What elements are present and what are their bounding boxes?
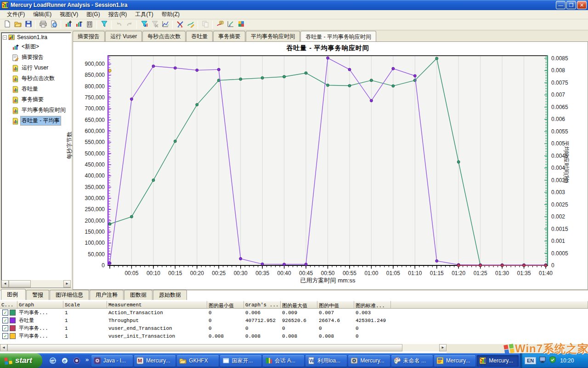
data-point-Throughput[interactable] [305,263,307,265]
close-button[interactable]: ✕ [577,1,587,9]
tab-4[interactable]: 事务摘要 [213,31,245,41]
taskbar-button-6[interactable]: Mercury... [348,355,390,367]
auto-correlate-button[interactable] [185,20,196,29]
data-point-Throughput[interactable] [239,257,242,260]
taskbar-button-8[interactable]: Mercury... [434,355,475,367]
data-point-vuser_end_Transaction[interactable] [544,264,547,267]
tree-item-4[interactable]: 吞吐量 [11,84,71,94]
tree-item-label[interactable]: 事务摘要 [21,95,45,104]
bottom-tab-1[interactable]: 警报 [26,290,49,300]
data-point-Action_Transaction[interactable] [457,161,460,163]
tree-item-label[interactable]: 每秒点击次数 [21,74,56,83]
data-point-Action_Transaction[interactable] [326,84,329,86]
data-point-Throughput[interactable] [392,67,395,70]
column-header-7[interactable]: 图的中值 [317,301,354,309]
data-point-Throughput[interactable] [108,262,111,264]
taskbar-button-1[interactable]: MMercury... [134,355,175,367]
data-point-Throughput[interactable] [283,263,286,265]
data-point-vuser_end_Transaction[interactable] [457,264,460,267]
tree-item-0[interactable]: <新图> [11,41,71,52]
mosaic-button[interactable] [236,20,246,29]
taskbar-button-3[interactable]: 国家开... [220,355,261,367]
column-header-0[interactable]: C... [0,301,17,309]
legend-window-button[interactable] [215,20,225,29]
bottom-tab-4[interactable]: 图数据 [124,290,153,300]
data-point-Action_Transaction[interactable] [239,78,242,80]
row-checkbox[interactable]: ✓ [2,317,8,323]
tree-item-label[interactable]: 平均事务响应时间 [21,106,67,115]
tab-6[interactable]: 吞吐量 - 平均事务响应时间 [300,31,376,42]
chart-plot[interactable] [107,55,548,270]
data-point-Throughput[interactable] [152,65,155,68]
tree-item-label[interactable]: 吞吐量 [21,85,39,93]
tree-item-label[interactable]: 摘要报告 [21,53,45,62]
taskbar-button-5[interactable]: W利用loa... [305,355,347,367]
data-point-Action_Transaction[interactable] [305,72,307,75]
merge-graphs-button[interactable] [160,20,170,29]
chart-canvas[interactable] [107,55,548,270]
bottom-tab-5[interactable]: 原始数据 [153,290,187,300]
display-icon[interactable] [539,357,546,365]
data-point-Action_Transaction[interactable] [152,179,155,182]
open-button[interactable] [12,20,23,29]
ie-quicklaunch[interactable]: e [48,356,57,365]
tab-2[interactable]: 每秒点击次数 [142,31,186,41]
data-point-Throughput[interactable] [174,67,176,69]
scroll-left-icon[interactable]: ◄ [0,344,7,351]
row-checkbox[interactable]: ✓ [2,333,8,339]
data-point-Action_Transaction[interactable] [174,140,176,143]
data-point-Throughput[interactable] [348,68,351,71]
tree-root-label[interactable]: Session1.lra [17,34,47,40]
chevron-icon[interactable]: » [85,356,89,363]
tab-5[interactable]: 平均事务响应时间 [246,31,300,41]
data-point-Action_Transaction[interactable] [283,75,286,78]
table-row[interactable]: ✓平均事务...1Action_Transaction00.0060.0090.… [0,309,588,316]
menu-item-3[interactable]: 图(G) [82,10,104,19]
tree-item-1[interactable]: 摘要报告 [11,52,71,63]
tree-expander-icon[interactable]: - [3,35,7,40]
ie-channel-quicklaunch[interactable]: e [60,356,69,365]
print-button[interactable] [38,20,48,29]
minimize-button[interactable]: — [556,1,565,9]
column-header-5[interactable]: Graph's ... [244,301,281,309]
data-point-Action_Transaction[interactable] [196,103,198,106]
column-header-3[interactable]: Measurement [107,301,207,309]
data-point-Action_Transaction[interactable] [413,79,416,82]
tree-item-3[interactable]: 每秒点击次数 [11,73,71,84]
tree-horizontal-scrollbar[interactable]: ◄ ► [1,280,71,288]
tree-item-5[interactable]: 事务摘要 [11,94,71,105]
data-point-vuser_init_Transaction[interactable] [108,69,111,72]
bottom-tab-3[interactable]: 用户注释 [90,290,124,300]
taskbar-button-2[interactable]: GKHFX [177,355,218,367]
data-point-vuser_end_Transaction[interactable] [479,264,482,267]
column-header-6[interactable]: 图的最大值 [281,301,317,309]
table-row[interactable]: ✓平均事务...1vuser_init_Transaction0.0080.00… [0,332,588,340]
data-point-Action_Transaction[interactable] [130,215,133,218]
column-header-4[interactable]: 图的最小值 [207,301,244,309]
data-point-Throughput[interactable] [130,98,133,100]
data-point-Action_Transaction[interactable] [370,79,373,82]
save-button[interactable] [23,20,34,29]
menu-item-4[interactable]: 报告(R) [104,10,131,19]
data-point-Action_Transaction[interactable] [348,84,351,87]
cross-with-result-button[interactable] [175,20,185,29]
column-header-2[interactable]: Scale [63,301,107,309]
tab-3[interactable]: 吞吐量 [186,31,213,41]
data-point-Throughput[interactable] [413,75,416,77]
delete-graph-button[interactable] [74,20,84,29]
bottom-tab-2[interactable]: 图详细信息 [50,290,89,300]
global-filter-button[interactable] [99,20,109,29]
taskbar-button-9[interactable]: Mercury... [477,355,518,367]
html-report-button[interactable] [48,20,59,29]
add-graph-button[interactable] [63,20,74,29]
legend-horizontal-scrollbar[interactable]: ◄ ► [0,344,447,351]
tab-1[interactable]: 运行 Vuser [105,31,142,41]
table-row[interactable]: ✓平均事务...1vuser_end_Transaction00000 [0,324,588,332]
menu-item-2[interactable]: 视图(V) [56,10,82,19]
tree-root-session[interactable]: - Session1.lra [1,33,71,41]
row-checkbox[interactable]: ✓ [2,310,8,316]
tree-item-label[interactable]: 运行 Vuser [21,63,49,72]
tab-0[interactable]: 摘要报告 [73,31,105,41]
tree-item-label[interactable]: 吞吐量 - 平均事 [21,116,61,125]
row-checkbox[interactable]: ✓ [2,325,8,331]
